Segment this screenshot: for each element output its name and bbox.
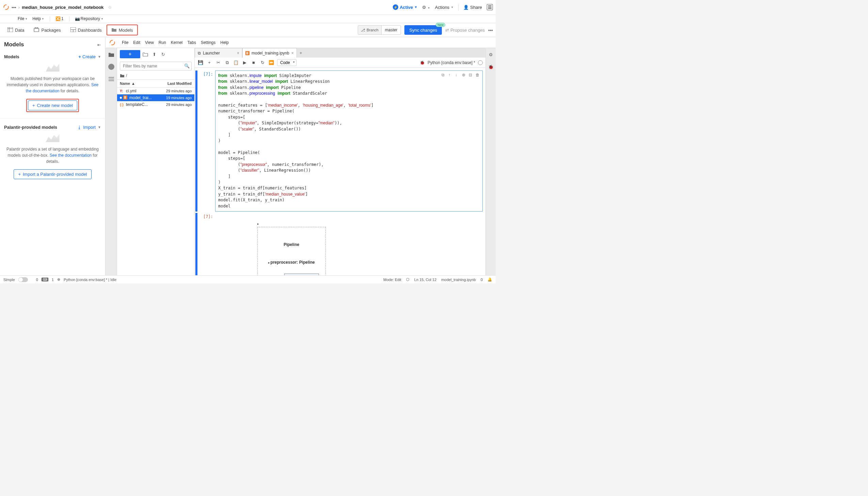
favorite-star-icon[interactable]: ☆ xyxy=(108,5,112,10)
duplicate-icon[interactable]: ⧉ xyxy=(441,72,446,77)
stop-icon[interactable]: ■ xyxy=(251,60,257,66)
more-dots-icon[interactable]: ••• xyxy=(488,28,493,33)
highlighted-create-button: +Create new model xyxy=(26,99,79,112)
error-count[interactable]: 0 xyxy=(36,278,38,282)
tab-packages[interactable]: Packages xyxy=(29,23,65,37)
notification-bell-icon[interactable]: 🔔 xyxy=(487,277,492,282)
documentation-link[interactable]: See the documentation xyxy=(50,153,92,158)
tab-models[interactable]: Models xyxy=(107,25,138,35)
tab-data[interactable]: Data xyxy=(3,23,29,37)
run-icon[interactable]: ▶ xyxy=(242,60,248,66)
actions-menu[interactable]: Actions ▼ xyxy=(435,5,454,10)
code-cell-input[interactable]: ⧉↑↓⊕⊟🗑from sklearn.impute import SimpleI… xyxy=(215,71,483,212)
insert-below-icon[interactable]: ⊟ xyxy=(469,72,473,77)
breadcrumb-path[interactable]: / xyxy=(117,72,194,79)
pipeline-subtitle: preprocessor: Pipeline xyxy=(271,260,315,265)
upload-icon[interactable]: ⬆ xyxy=(150,50,158,58)
cell-active-bar xyxy=(195,213,197,275)
cut-icon[interactable]: ✂ xyxy=(215,60,221,66)
file-row-template[interactable]: {:} templateC... 29 minutes ago xyxy=(117,101,194,108)
cell-type-select[interactable]: Code xyxy=(277,59,296,66)
close-icon[interactable]: × xyxy=(237,51,239,56)
new-launcher-button[interactable]: + xyxy=(120,50,140,58)
jl-menu-kernel[interactable]: Kernel xyxy=(171,40,183,45)
folder-rail-icon[interactable] xyxy=(108,51,115,58)
chevron-down-icon: ▼ xyxy=(42,17,44,20)
tab-launcher[interactable]: ⧉ Launcher × xyxy=(195,48,242,58)
jl-menu-view[interactable]: View xyxy=(145,40,154,45)
debug-rail-icon[interactable]: 🐞 xyxy=(487,63,495,71)
move-up-icon[interactable]: ↑ xyxy=(448,72,453,77)
refresh-icon[interactable]: ↻ xyxy=(159,50,167,58)
svg-point-9 xyxy=(110,40,115,45)
col-modified-header[interactable]: Last Modified xyxy=(158,80,194,87)
save-icon[interactable]: 💾 xyxy=(197,60,204,66)
person-icon: 👤 xyxy=(463,5,469,10)
breadcrumb-ellipsis[interactable]: ••• xyxy=(12,5,16,10)
create-new-model-button[interactable]: +Create new model xyxy=(28,100,77,110)
collapse-sidebar-icon[interactable]: ⇤ xyxy=(97,42,101,47)
close-icon[interactable]: × xyxy=(291,51,294,56)
add-cell-icon[interactable]: + xyxy=(206,60,212,66)
help-menu[interactable]: Help▼ xyxy=(32,16,44,21)
chevron-down-icon: ▼ xyxy=(451,6,453,9)
property-inspector-icon[interactable]: ⚙ xyxy=(487,51,495,58)
file-row-model-training[interactable]: model_trai... 19 minutes ago xyxy=(117,94,194,101)
bug-icon[interactable]: 🐞 xyxy=(420,60,425,65)
simple-mode-toggle[interactable] xyxy=(18,277,28,282)
jl-menu-tabs[interactable]: Tabs xyxy=(188,40,196,45)
jl-menu-help[interactable]: Help xyxy=(220,40,229,45)
import-palantir-model-button[interactable]: +Import a Palantir-provided model xyxy=(14,169,91,179)
status-label: Active xyxy=(400,5,413,10)
kernel-status-text[interactable]: Python [conda env:base] * | Idle xyxy=(64,278,116,282)
pipeline-step[interactable]: ▸SimpleImputer xyxy=(284,274,319,276)
col-name-header[interactable]: Name ▲ xyxy=(117,80,158,87)
yaml-file-icon: Y: xyxy=(120,89,125,93)
create-link[interactable]: +Create xyxy=(78,54,96,59)
svg-rect-4 xyxy=(34,28,39,32)
toc-rail-icon[interactable] xyxy=(108,75,115,83)
tab-dashboards[interactable]: Dashboards xyxy=(66,23,107,37)
insert-above-icon[interactable]: ⊕ xyxy=(462,72,467,77)
package-icon xyxy=(34,27,39,33)
expand-caret-icon[interactable]: ▸ xyxy=(257,222,259,226)
jl-menu-edit[interactable]: Edit xyxy=(133,40,140,45)
status-icon[interactable]: ⊕ xyxy=(57,277,60,282)
jl-menu-run[interactable]: Run xyxy=(159,40,166,45)
resource-count[interactable]: 🔀1 xyxy=(55,16,64,21)
gear-icon[interactable]: ⚙ ▼ xyxy=(422,5,430,10)
file-menu[interactable]: File▼ xyxy=(18,16,28,21)
paste-icon[interactable]: 📋 xyxy=(233,60,239,66)
expand-caret-icon[interactable]: ▸ xyxy=(268,261,270,264)
menu-list-icon[interactable] xyxy=(487,4,493,10)
status-active-dropdown[interactable]: ⚡ Active ▼ xyxy=(393,4,417,10)
line-col[interactable]: Ln 15, Col 12 xyxy=(414,278,436,282)
run-all-icon[interactable]: ⏩ xyxy=(268,60,274,66)
terminals-badge[interactable]: ⌨ xyxy=(42,278,48,281)
share-button[interactable]: 👤 Share xyxy=(463,5,482,10)
add-tab-button[interactable]: + xyxy=(297,48,305,58)
running-rail-icon[interactable] xyxy=(108,63,115,71)
tab-notebook[interactable]: model_training.ipynb × xyxy=(242,48,297,58)
repository-menu[interactable]: 📷Repository▼ xyxy=(75,16,103,21)
chevron-down-icon[interactable]: ▼ xyxy=(98,55,101,59)
file-row-ci[interactable]: Y: ci.yml 29 minutes ago xyxy=(117,88,194,94)
file-filter-input[interactable] xyxy=(120,62,192,71)
sync-changes-button[interactable]: Sync changes New xyxy=(404,25,442,35)
move-down-icon[interactable]: ↓ xyxy=(455,72,460,77)
chevron-down-icon[interactable]: ▼ xyxy=(98,125,101,129)
delete-cell-icon[interactable]: 🗑 xyxy=(476,72,480,77)
kernel-status-icon[interactable] xyxy=(478,60,483,65)
jl-menu-settings[interactable]: Settings xyxy=(201,40,215,45)
new-folder-icon[interactable] xyxy=(142,50,149,58)
restart-icon[interactable]: ↻ xyxy=(259,60,266,66)
propose-changes-link[interactable]: ⇄ Propose changes xyxy=(445,28,485,33)
kernel-name[interactable]: Python [conda env:base] * xyxy=(428,60,475,65)
editor-mode[interactable]: Mode: Edit xyxy=(383,278,401,282)
branch-selector[interactable]: ⎇Branch master xyxy=(358,25,401,35)
trust-icon[interactable]: ⬡ xyxy=(406,277,409,282)
breadcrumb-title[interactable]: median_house_price_model_notebook xyxy=(22,5,104,10)
copy-icon[interactable]: ⧉ xyxy=(224,60,230,66)
import-link[interactable]: ⭳Import xyxy=(77,125,96,130)
jl-menu-file[interactable]: File xyxy=(122,40,128,45)
